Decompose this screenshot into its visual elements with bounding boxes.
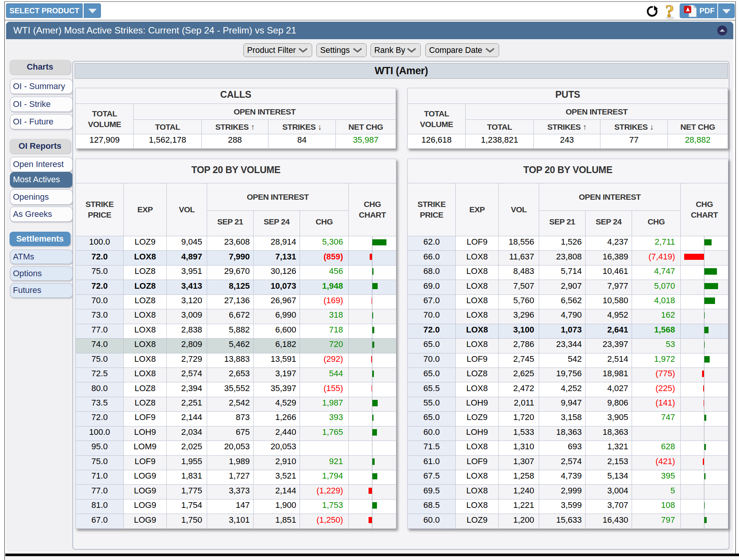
svg-text:?: ? (666, 3, 674, 20)
